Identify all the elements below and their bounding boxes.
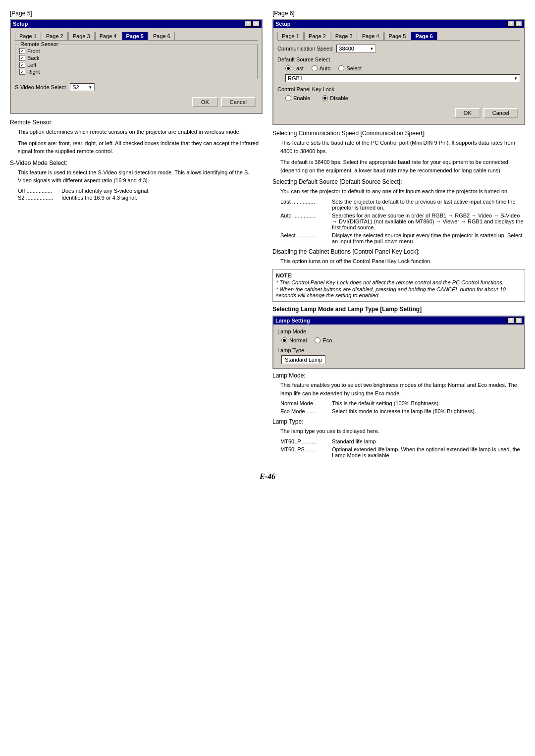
last-radio-label: Last	[293, 65, 304, 71]
dialog6-content: Page 1 Page 2 Page 3 Page 4 Page 5 Page …	[273, 28, 524, 124]
dialog6-help-btn[interactable]: ?	[507, 21, 514, 27]
disable-radio[interactable]	[322, 95, 328, 101]
tab6-page2[interactable]: Page 2	[304, 32, 330, 40]
lamp-heading: Selecting Lamp Mode and Lamp Type [Lamp …	[272, 306, 525, 313]
mt60lps-val: Optional extended life lamp. When the op…	[332, 446, 525, 458]
radio-auto: Auto	[312, 65, 331, 71]
dialog5-help-btn[interactable]: ?	[245, 21, 252, 27]
tab6-page5[interactable]: Page 5	[384, 32, 411, 40]
right-checkbox[interactable]: ✓	[19, 69, 25, 75]
dialog5-title: Setup	[13, 21, 28, 27]
select-radio[interactable]	[338, 65, 344, 71]
lamp-type-desc-title: Lamp Type:	[272, 418, 525, 425]
tab-page6[interactable]: Page 6	[149, 32, 175, 40]
lamp-dialog-titlebar: Lamp Setting ? ✕	[273, 317, 524, 324]
svideo-select[interactable]: S2 ▼	[70, 83, 95, 91]
dialog6-cancel-btn[interactable]: Cancel	[483, 108, 518, 118]
auto-item: Auto ............... Searches for an act…	[280, 213, 525, 230]
back-checkbox[interactable]: ✓	[19, 55, 25, 61]
tab-page3[interactable]: Page 3	[68, 32, 95, 40]
eco-radio[interactable]	[315, 337, 321, 343]
default-source-select[interactable]: RGB1 ▼	[285, 74, 520, 82]
note-item2: * When the cabinet buttons are disabled,…	[276, 286, 522, 298]
control-panel-label: Control Panel Key Lock	[277, 86, 520, 92]
control-panel-p1: This option turns on or off the Control …	[280, 257, 525, 266]
radio-eco: Eco	[315, 337, 332, 343]
front-checkbox[interactable]: ✓	[19, 48, 25, 54]
tab6-page1[interactable]: Page 1	[277, 32, 304, 40]
default-source-value: RGB1	[288, 75, 303, 81]
normal-radio[interactable]	[281, 337, 287, 343]
dialog5-close-btn[interactable]: ✕	[253, 21, 260, 27]
dialog6-title: Setup	[275, 21, 291, 27]
svideo-opt2-key: S2 ..................	[18, 195, 57, 201]
front-label: Front	[27, 48, 40, 54]
default-source-p1: You can set the projector to default to …	[280, 187, 525, 196]
mt60lp-key: MT60LP .........	[280, 438, 330, 444]
right-label: Right	[27, 69, 40, 75]
select-val: Displays the selected source input every…	[332, 232, 525, 244]
enable-radio[interactable]	[285, 95, 291, 101]
tab-page1[interactable]: Page 1	[15, 32, 41, 40]
checkbox-front: ✓ Front	[19, 48, 253, 54]
tab6-page3[interactable]: Page 3	[331, 32, 357, 40]
lamp-type-label: Lamp Type	[277, 347, 520, 353]
svideo-row: S-Video Mode Select S2 ▼	[15, 83, 258, 91]
dialog5-cancel-btn[interactable]: Cancel	[221, 97, 256, 107]
auto-radio[interactable]	[312, 65, 318, 71]
tab6-page6[interactable]: Page 6	[411, 32, 437, 40]
auto-val: Searches for an active source in order o…	[332, 213, 525, 230]
tab-page4[interactable]: Page 4	[95, 32, 121, 40]
lamp-dialog: Lamp Setting ? ✕ Lamp Mode Normal Eco	[272, 316, 525, 369]
dialog5-content: Page 1 Page 2 Page 3 Page 4 Page 5 Page …	[11, 28, 262, 113]
eco-label: Eco	[322, 337, 332, 343]
page5-label: [Page 5]	[10, 10, 263, 17]
default-source-section: Selecting Default Source [Default Source…	[272, 178, 525, 244]
tab6-page4[interactable]: Page 4	[358, 32, 384, 40]
lamp-close-btn[interactable]: ✕	[515, 318, 522, 324]
lamp-type-value: Standard Lamp	[281, 355, 325, 364]
normal-mode-val: This is the default setting (100% Bright…	[332, 400, 440, 406]
note-box: NOTE: * This Control Panel Key Lock does…	[272, 269, 525, 302]
lamp-type-section: Lamp Type: The lamp type you use is disp…	[272, 418, 525, 458]
note-item1: * This Control Panel Key Lock does not a…	[276, 279, 522, 285]
select-radio-label: Select	[346, 65, 362, 71]
back-label: Back	[27, 55, 39, 61]
eco-mode-val: Select this mode to increase the lamp li…	[332, 408, 476, 414]
comm-speed-label: Communication Speed	[277, 46, 332, 52]
control-panel-section: Disabling the Cabinet Buttons [Control P…	[272, 248, 525, 266]
setup-dialog-page6: Setup ? ✕ Page 1 Page 2 Page 3 Page 4 Pa…	[272, 19, 525, 125]
dialog5-ok-btn[interactable]: OK	[192, 97, 218, 107]
comm-speed-select[interactable]: 38400 ▼	[336, 45, 376, 53]
dialog6-titlebar: Setup ? ✕	[273, 20, 524, 28]
left-column: [Page 5] Setup ? ✕ Page 1 Page 2 Page 3 …	[10, 10, 263, 462]
tab-page5[interactable]: Page 5	[122, 32, 148, 40]
lamp-help-btn[interactable]: ?	[507, 318, 514, 324]
left-checkbox[interactable]: ✓	[19, 62, 25, 68]
comm-speed-value: 38400	[339, 46, 354, 52]
dialog6-close-btn[interactable]: ✕	[515, 21, 522, 27]
right-column: [Page 6] Setup ? ✕ Page 1 Page 2 Page 3 …	[272, 10, 525, 462]
last-item: Last ............... Sets the projector …	[280, 199, 525, 211]
svideo-opt2: S2 .................. Identifies the 16:…	[18, 195, 263, 201]
svideo-opt2-val: Identifies the 16:9 or 4:3 signal.	[61, 195, 137, 201]
svideo-p1: This feature is used to select the S-Vid…	[18, 168, 263, 185]
mt60lps-key: MT60LPS .......	[280, 446, 330, 458]
remote-sensor-p1: This option determines which remote sens…	[18, 128, 263, 136]
default-source-group: Default Source Select Last Auto Selec	[277, 56, 520, 82]
dialog6-ok-btn[interactable]: OK	[455, 108, 481, 118]
default-source-items: Last ............... Sets the projector …	[272, 199, 525, 244]
dialog6-buttons: ? ✕	[507, 21, 522, 27]
radio-enable: Enable	[285, 95, 310, 101]
control-panel-desc-title: Disabling the Cabinet Buttons [Control P…	[272, 248, 525, 255]
last-radio[interactable]	[285, 65, 291, 71]
enable-label: Enable	[293, 95, 310, 101]
default-source-dropdown-row: RGB1 ▼	[285, 74, 520, 82]
page6-label: [Page 6]	[272, 10, 525, 17]
default-source-arrow-icon: ▼	[514, 76, 518, 81]
mt60lp-item: MT60LP ......... Standard life lamp	[280, 438, 525, 444]
remote-sensor-section: Remote Sensor: This option determines wh…	[10, 119, 263, 156]
radio-last: Last	[285, 65, 304, 71]
lamp-dialog-title: Lamp Setting	[275, 318, 310, 324]
tab-page2[interactable]: Page 2	[42, 32, 68, 40]
